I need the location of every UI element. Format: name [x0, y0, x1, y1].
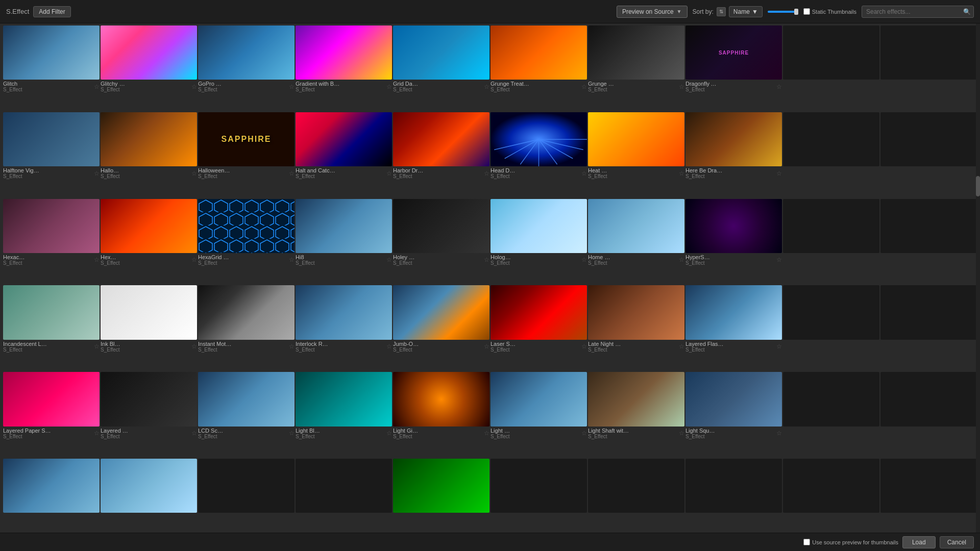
grid-item[interactable]: Heat HazeS_Effect☆: [588, 112, 684, 198]
grid-item[interactable]: Grid DamageS_Effect☆: [393, 26, 489, 111]
favorite-star-icon[interactable]: ☆: [94, 430, 100, 437]
grid-item[interactable]: [880, 285, 977, 371]
grid-item[interactable]: Ink BlotchS_Effect☆: [101, 285, 197, 371]
use-source-checkbox[interactable]: [803, 539, 810, 545]
grid-item[interactable]: HexacubesS_Effect☆: [3, 199, 100, 285]
grid-item[interactable]: [880, 199, 977, 285]
favorite-star-icon[interactable]: ☆: [94, 256, 100, 263]
grid-item[interactable]: [198, 459, 295, 531]
grid-item[interactable]: GoPro FixerS_Effect☆: [198, 26, 295, 111]
favorite-star-icon[interactable]: ☆: [679, 170, 684, 177]
ok-button[interactable]: Load: [902, 536, 936, 548]
favorite-star-icon[interactable]: ☆: [94, 170, 100, 177]
favorite-star-icon[interactable]: ☆: [484, 256, 489, 263]
static-thumbnails-checkbox[interactable]: [803, 8, 810, 15]
grid-item[interactable]: Light PegsS_Effect☆: [491, 372, 587, 458]
grid-item[interactable]: Head DressS_Effect☆: [491, 112, 587, 198]
sort-icon[interactable]: ⇅: [717, 7, 726, 16]
grid-item[interactable]: [685, 459, 782, 531]
favorite-star-icon[interactable]: ☆: [581, 343, 587, 350]
favorite-star-icon[interactable]: ☆: [484, 170, 489, 177]
favorite-star-icon[interactable]: ☆: [289, 343, 295, 350]
grid-item[interactable]: [880, 26, 977, 111]
grid-item[interactable]: LCD ScreenS_Effect☆: [198, 372, 295, 458]
favorite-star-icon[interactable]: ☆: [289, 170, 295, 177]
grid-item[interactable]: Light BlocksS_Effect☆: [296, 372, 392, 458]
grid-item[interactable]: Light GizmoS_Effect☆: [393, 372, 489, 458]
grid-item[interactable]: SAPPHIREHalloween TextS_Effect☆: [198, 112, 295, 198]
favorite-star-icon[interactable]: ☆: [581, 170, 587, 177]
favorite-star-icon[interactable]: ☆: [94, 343, 100, 350]
grid-item[interactable]: HexafluxS_Effect☆: [101, 199, 197, 285]
favorite-star-icon[interactable]: ☆: [289, 256, 295, 263]
grid-item[interactable]: Gradient with Bokeh...S_Effect☆: [296, 26, 392, 111]
grid-item[interactable]: Jumb-O-tronS_Effect☆: [393, 285, 489, 371]
favorite-star-icon[interactable]: ☆: [776, 430, 782, 437]
favorite-star-icon[interactable]: ☆: [386, 256, 392, 263]
grid-item[interactable]: Home MovieS_Effect☆: [588, 199, 684, 285]
grid-item[interactable]: SAPPHIREDragonfly AlphaS_Effect☆: [685, 26, 782, 111]
grid-item[interactable]: [783, 459, 879, 531]
favorite-star-icon[interactable]: ☆: [679, 83, 684, 90]
grid-item[interactable]: Instant Motion...S_Effect☆: [198, 285, 295, 371]
favorite-star-icon[interactable]: ☆: [191, 256, 197, 263]
favorite-star-icon[interactable]: ☆: [191, 170, 197, 177]
grid-item[interactable]: [101, 459, 197, 531]
scrollbar[interactable]: [976, 23, 980, 533]
grid-item[interactable]: Layered Paper ShredsS_Effect☆: [3, 372, 100, 458]
grid-item[interactable]: Glitchy SortS_Effect☆: [101, 26, 197, 111]
cancel-button[interactable]: Cancel: [940, 536, 974, 548]
favorite-star-icon[interactable]: ☆: [581, 83, 587, 90]
grid-item[interactable]: Halt and Catch FireS_Effect☆: [296, 112, 392, 198]
favorite-star-icon[interactable]: ☆: [776, 256, 782, 263]
slider-track[interactable]: [768, 11, 798, 13]
grid-item[interactable]: Layered RainS_Effect☆: [101, 372, 197, 458]
grid-item[interactable]: Incandescent Light...S_Effect☆: [3, 285, 100, 371]
grid-item[interactable]: [3, 459, 100, 531]
preview-on-source-button[interactable]: Preview on Source ▼: [617, 6, 688, 18]
grid-item[interactable]: Holey WallS_Effect☆: [393, 199, 489, 285]
grid-item[interactable]: HalloweenS_Effect☆: [101, 112, 197, 198]
thumbnail-size-slider[interactable]: [768, 11, 798, 13]
favorite-star-icon[interactable]: ☆: [289, 83, 295, 90]
grid-item[interactable]: [783, 199, 879, 285]
grid-item[interactable]: GlitchS_Effect☆: [3, 26, 100, 111]
grid-item[interactable]: Harbor DreamsS_Effect☆: [393, 112, 489, 198]
favorite-star-icon[interactable]: ☆: [386, 170, 392, 177]
grid-item[interactable]: [880, 459, 977, 531]
grid-item[interactable]: [296, 459, 392, 531]
grid-item[interactable]: [393, 459, 489, 531]
grid-item[interactable]: Layered FlashbulbS_Effect☆: [685, 285, 782, 371]
favorite-star-icon[interactable]: ☆: [679, 256, 684, 263]
grid-item[interactable]: [783, 372, 879, 458]
grid-item[interactable]: Laser ShowS_Effect☆: [491, 285, 587, 371]
grid-item[interactable]: Light SquaresS_Effect☆: [685, 372, 782, 458]
add-filter-button[interactable]: Add Filter: [33, 6, 70, 17]
favorite-star-icon[interactable]: ☆: [386, 343, 392, 350]
grid-item[interactable]: [783, 112, 879, 198]
grid-item[interactable]: [880, 372, 977, 458]
search-input[interactable]: [862, 6, 974, 18]
grid-item[interactable]: Halftone VignetteS_Effect☆: [3, 112, 100, 198]
grid-item[interactable]: Late Night HazeS_Effect☆: [588, 285, 684, 371]
grid-item[interactable]: Grunge TreatmentS_Effect☆: [491, 26, 587, 111]
favorite-star-icon[interactable]: ☆: [289, 430, 295, 437]
favorite-star-icon[interactable]: ☆: [386, 83, 392, 90]
grid-item[interactable]: Interlock RevealS_Effect☆: [296, 285, 392, 371]
sort-name-dropdown[interactable]: Name ▼: [729, 6, 763, 17]
favorite-star-icon[interactable]: ☆: [191, 343, 197, 350]
favorite-star-icon[interactable]: ☆: [776, 343, 782, 350]
favorite-star-icon[interactable]: ☆: [679, 430, 684, 437]
grid-item[interactable]: HologramS_Effect☆: [491, 199, 587, 285]
favorite-star-icon[interactable]: ☆: [386, 430, 392, 437]
grid-item[interactable]: Light Shaft with DustS_Effect☆: [588, 372, 684, 458]
grid-item[interactable]: HexaGrid EchoS_Effect☆: [198, 199, 295, 285]
favorite-star-icon[interactable]: ☆: [484, 83, 489, 90]
grid-item[interactable]: Here Be DragonsS_Effect☆: [685, 112, 782, 198]
favorite-star-icon[interactable]: ☆: [484, 343, 489, 350]
favorite-star-icon[interactable]: ☆: [191, 430, 197, 437]
scrollbar-thumb[interactable]: [976, 176, 980, 196]
favorite-star-icon[interactable]: ☆: [581, 430, 587, 437]
grid-item[interactable]: [491, 459, 587, 531]
grid-item[interactable]: [588, 459, 684, 531]
